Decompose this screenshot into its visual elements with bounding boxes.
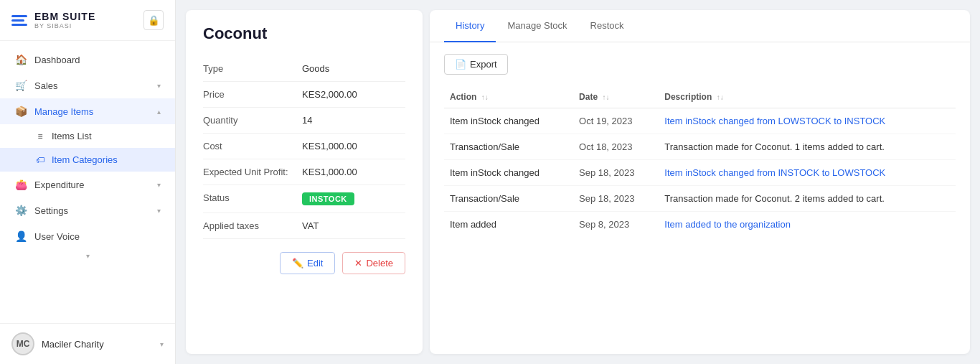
sidebar-item-sales[interactable]: 🛒 Sales ▾ — [0, 73, 175, 98]
sidebar-item-label: Manage Items — [34, 106, 93, 117]
field-label-expected-profit: Expected Unit Profit: — [203, 167, 296, 177]
brand-subtitle: BY SIBASI — [34, 22, 95, 29]
history-table: Action ↑↓ Date ↑↓ Description ↑↓ — [444, 86, 956, 237]
field-label-applied-taxes: Applied taxes — [203, 220, 296, 231]
status-badge: INSTOCK — [302, 192, 354, 205]
tabs: History Manage Stock Restock — [430, 10, 970, 42]
col-action: Action ↑↓ — [444, 86, 573, 108]
history-body: 📄 Export Action ↑↓ Date ↑↓ — [430, 42, 970, 354]
table-header: Action ↑↓ Date ↑↓ Description ↑↓ — [444, 86, 956, 108]
logo-line-2 — [11, 19, 24, 22]
sidebar-subitem-items-list[interactable]: ≡ Items List — [0, 124, 175, 148]
sidebar: EBM SUITE BY SIBASI 🔒 🏠 Dashboard 🛒 Sale… — [0, 0, 176, 364]
col-date: Date ↑↓ — [573, 86, 659, 108]
field-quantity: Quantity 14 — [203, 108, 405, 134]
history-table-body: Item inStock changedOct 19, 2023Item inS… — [444, 108, 956, 238]
user-voice-icon: 👤 — [14, 230, 27, 242]
scroll-indicator: ▾ — [0, 249, 175, 263]
header-row: Action ↑↓ Date ↑↓ Description ↑↓ — [444, 86, 956, 108]
tag-icon: 🏷 — [34, 155, 46, 165]
delete-icon: ✕ — [354, 258, 362, 269]
sidebar-subitem-label: Item Categories — [52, 154, 118, 165]
field-value-status: INSTOCK — [302, 192, 354, 205]
action-cell: Transaction/Sale — [444, 134, 573, 160]
field-label-type: Type — [203, 63, 296, 74]
main-area: Coconut Type Goods Price KES2,000.00 Qua… — [176, 0, 980, 364]
item-title: Coconut — [203, 24, 405, 43]
action-cell: Item added — [444, 212, 573, 238]
action-cell: Item inStock changed — [444, 108, 573, 134]
chevron-down-icon: ▾ — [160, 340, 164, 348]
sidebar-subitem-label: Items List — [52, 131, 92, 141]
description-cell: Item inStock changed from INSTOCK to LOW… — [659, 160, 956, 186]
sort-icon[interactable]: ↑↓ — [717, 93, 724, 101]
sidebar-item-expenditure[interactable]: 👛 Expenditure ▾ — [0, 172, 175, 197]
manage-items-icon: 📦 — [14, 106, 27, 117]
sidebar-subitem-item-categories[interactable]: 🏷 Item Categories — [0, 148, 175, 172]
delete-button[interactable]: ✕ Delete — [342, 252, 405, 274]
sidebar-item-dashboard[interactable]: 🏠 Dashboard — [0, 47, 175, 73]
table-row: Item inStock changedSep 18, 2023Item inS… — [444, 160, 956, 186]
field-value-expected-profit: KES1,000.00 — [302, 167, 357, 177]
field-status: Status INSTOCK — [203, 185, 405, 213]
logo-text: EBM SUITE BY SIBASI — [34, 11, 95, 29]
export-button[interactable]: 📄 Export — [444, 54, 508, 75]
export-icon: 📄 — [455, 59, 466, 70]
chevron-down-icon: ▾ — [157, 82, 161, 90]
date-cell: Sep 18, 2023 — [573, 186, 659, 212]
field-label-status: Status — [203, 192, 296, 203]
list-icon: ≡ — [34, 131, 46, 141]
sidebar-item-label: Expenditure — [34, 179, 84, 190]
field-expected-profit: Expected Unit Profit: KES1,000.00 — [203, 159, 405, 185]
tab-restock[interactable]: Restock — [579, 10, 636, 42]
user-name: Maciler Charity — [42, 339, 104, 350]
sidebar-item-manage-items[interactable]: 📦 Manage Items ▴ — [0, 98, 175, 124]
table-row: Item addedSep 8, 2023Item added to the o… — [444, 212, 956, 238]
action-cell: Transaction/Sale — [444, 186, 573, 212]
tab-history[interactable]: History — [444, 10, 496, 42]
sidebar-item-label: Sales — [34, 80, 58, 91]
sort-icon[interactable]: ↑↓ — [602, 93, 609, 101]
sales-icon: 🛒 — [14, 80, 27, 91]
dashboard-icon: 🏠 — [14, 54, 27, 65]
field-value-price: KES2,000.00 — [302, 89, 357, 100]
sidebar-item-user-voice[interactable]: 👤 User Voice — [0, 223, 175, 249]
description-cell: Transaction made for Coconut. 2 items ad… — [659, 186, 956, 212]
date-cell: Oct 19, 2023 — [573, 108, 659, 134]
logo-line-1 — [11, 15, 27, 17]
sidebar-item-settings[interactable]: ⚙️ Settings ▾ — [0, 197, 175, 223]
lock-button[interactable]: 🔒 — [143, 10, 164, 30]
chevron-down-icon: ▾ — [157, 181, 161, 189]
sidebar-footer[interactable]: MC Maciler Charity ▾ — [0, 323, 175, 364]
edit-button[interactable]: ✏️ Edit — [280, 252, 335, 274]
avatar: MC — [11, 332, 34, 355]
date-cell: Sep 8, 2023 — [573, 212, 659, 238]
expenditure-icon: 👛 — [14, 179, 27, 190]
card-actions: ✏️ Edit ✕ Delete — [203, 252, 405, 274]
sidebar-item-label: Dashboard — [34, 55, 80, 65]
description-cell: Transaction made for Coconut. 1 items ad… — [659, 134, 956, 160]
table-row: Transaction/SaleOct 18, 2023Transaction … — [444, 134, 956, 160]
history-panel: History Manage Stock Restock 📄 Export Ac… — [430, 10, 970, 354]
settings-icon: ⚙️ — [14, 205, 27, 216]
date-cell: Sep 18, 2023 — [573, 160, 659, 186]
table-row: Item inStock changedOct 19, 2023Item inS… — [444, 108, 956, 134]
field-applied-taxes: Applied taxes VAT — [203, 213, 405, 239]
export-label: Export — [470, 59, 497, 70]
detail-card: Coconut Type Goods Price KES2,000.00 Qua… — [186, 10, 423, 354]
sidebar-header: EBM SUITE BY SIBASI 🔒 — [0, 0, 175, 41]
field-label-price: Price — [203, 89, 296, 100]
col-description: Description ↑↓ — [659, 86, 956, 108]
tab-manage-stock[interactable]: Manage Stock — [496, 10, 578, 42]
field-value-type: Goods — [302, 63, 329, 74]
chevron-down-icon: ▾ — [157, 207, 161, 215]
sort-icon[interactable]: ↑↓ — [481, 93, 489, 101]
field-label-cost: Cost — [203, 141, 296, 151]
field-type: Type Goods — [203, 56, 405, 82]
edit-icon: ✏️ — [292, 258, 303, 269]
sidebar-item-label: User Voice — [34, 231, 80, 242]
chevron-up-icon: ▴ — [157, 108, 161, 116]
action-cell: Item inStock changed — [444, 160, 573, 186]
table-row: Transaction/SaleSep 18, 2023Transaction … — [444, 186, 956, 212]
sidebar-item-label: Settings — [34, 205, 68, 216]
